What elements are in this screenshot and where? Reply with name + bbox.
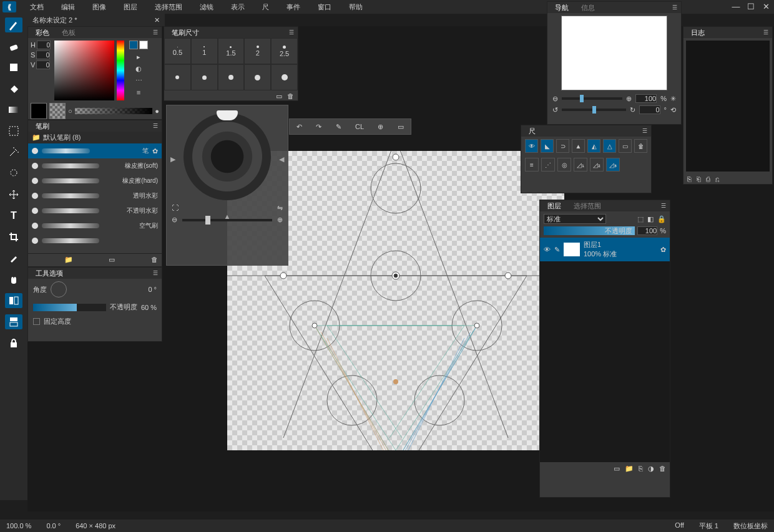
controller-popup[interactable]: ▲ ▶ ◀ ▲ ⛶ ⇋ ⊖ ⊕ [166,105,288,266]
blend-mode-select[interactable]: 标准 [544,214,606,224]
tab-brush-size[interactable]: 笔刷尺寸 [168,27,203,38]
duplicate-icon[interactable]: ⎘ [639,465,643,473]
flip-h-tool[interactable] [5,293,22,308]
zoom-in-icon[interactable]: ⊕ [277,216,283,224]
ruler-magnet-icon[interactable]: ⊃ [556,139,569,153]
target-icon[interactable]: ⊕ [378,123,383,131]
size-preset[interactable]: 1 [191,38,218,64]
menu-event[interactable]: 事件 [278,2,309,12]
angle-slider[interactable] [562,109,626,111]
angle-input[interactable] [639,105,660,114]
spinner-icon[interactable]: ✳ [670,95,676,103]
size-preset[interactable] [271,64,298,90]
bg-color-swatch[interactable] [139,41,148,49]
layer-clip-icon[interactable]: ◧ [647,215,654,223]
ruler-mirror-icon[interactable]: ▲ [572,139,585,153]
close-tab-icon[interactable]: ✕ [154,16,160,24]
brush-category[interactable]: 📁 默认笔刷 (8) [28,132,162,143]
layer-opacity-input[interactable] [637,226,657,235]
val-input[interactable] [36,60,50,69]
menu-help[interactable]: 帮助 [340,2,371,12]
rotate-ccw-icon[interactable]: ↺ [552,106,558,114]
size-preset[interactable]: 1.5 [218,38,245,64]
menu-image[interactable]: 图像 [84,2,115,12]
zoom-slider[interactable] [182,219,272,221]
ruler-vp1-icon[interactable]: ◿₁ [574,158,587,172]
tab-brush[interactable]: 笔刷 [32,121,53,132]
current-color-swatch[interactable] [31,103,47,119]
ruler-mirror2-icon[interactable]: ◭ [587,139,600,153]
journal-list[interactable] [686,41,770,172]
flip-icon[interactable]: ⇋ [277,204,283,212]
arrow-left-icon[interactable]: ▶ [170,155,175,163]
menu-window[interactable]: 窗口 [309,2,340,12]
shape-tool[interactable] [5,60,22,75]
menu-edit[interactable]: 编辑 [52,2,84,12]
layer-fx-icon[interactable]: ⬚ [637,215,644,223]
document-tab[interactable]: 名称未设定 2 * ✕ [27,14,165,26]
ruler-visible-icon[interactable]: 👁 [525,139,538,153]
tab-swatches[interactable]: 色板 [58,27,79,38]
alpha-handle-icon[interactable]: ○ [68,107,72,115]
size-preset[interactable] [244,64,271,90]
tab-tool-options[interactable]: 工具选项 [32,268,67,279]
lasso-tool[interactable] [5,166,22,181]
menu-ruler[interactable]: 尺 [253,2,278,12]
size-preset[interactable] [164,64,191,90]
size-preset[interactable]: 2 [244,38,271,64]
tab-ruler[interactable]: 尺 [525,126,539,137]
eyedropper-tool[interactable] [5,251,22,266]
size-preset[interactable]: 0.5 [164,38,191,64]
brush-item[interactable]: 透明水彩 [28,188,162,203]
journal-icon-2[interactable]: ⎗ [697,175,701,183]
rotate-cw-icon[interactable]: ↻ [630,106,635,114]
panel-menu-icon[interactable]: ☰ [763,29,768,36]
tab-info[interactable]: 信息 [577,2,599,13]
journal-icon-1[interactable]: ⎘ [687,175,692,183]
color-dots-icon[interactable]: ⋯ [135,77,142,85]
mask-icon[interactable]: ◑ [648,465,654,473]
brush-item[interactable]: 不透明水彩 [28,203,162,218]
menu-filter[interactable]: 滤镜 [191,2,222,12]
arrow-right-icon[interactable]: ◀ [279,155,284,163]
brush-item[interactable]: 橡皮擦(soft) [28,158,162,173]
wand-tool[interactable] [5,145,22,160]
pen-icon[interactable]: ✎ [336,123,341,131]
move-tool[interactable] [5,187,22,202]
ruler-cross-icon[interactable]: ⋰ [541,158,555,172]
crop-tool[interactable] [5,230,22,244]
lock-tool[interactable] [5,336,22,351]
layer-item[interactable]: 👁 ✎ 图层1100% 标准 ✿ [540,238,670,261]
new-brush-icon[interactable]: ▭ [109,256,115,264]
angle-dial[interactable] [51,281,67,297]
zoom-slider[interactable] [562,97,622,100]
menu-layer[interactable]: 图层 [115,2,146,12]
ruler-vp2-icon[interactable]: ◿₂ [590,158,604,172]
ruler-new-icon[interactable]: ▭ [619,139,632,153]
minimize-button[interactable]: — [732,2,740,11]
ruler-vp3-icon[interactable]: ◿₃ [606,158,620,172]
cl-button[interactable]: CL [355,123,364,130]
new-layer-icon[interactable]: ▭ [614,465,620,473]
zoom-input[interactable] [635,94,657,103]
journal-icon-4[interactable]: ⎌ [715,175,720,183]
tab-selection[interactable]: 选择范围 [570,201,605,211]
panel-menu-icon[interactable]: ☰ [153,270,158,276]
ruler-snap-icon[interactable]: ◣ [541,139,554,153]
controller-dial[interactable] [184,113,271,200]
fg-color-swatch[interactable] [129,41,138,49]
panel-icon[interactable]: ▭ [398,123,404,131]
trash-icon[interactable]: 🗑 [659,465,666,473]
gear-icon[interactable]: ✿ [152,147,158,155]
new-folder-icon[interactable]: 📁 [625,465,634,473]
brush-item[interactable]: 橡皮擦(hard) [28,173,162,188]
undo-icon[interactable]: ↶ [296,123,302,131]
hue-slider[interactable] [117,41,124,100]
ruler-parallel-icon[interactable]: ≡ [525,158,539,172]
redo-icon[interactable]: ↷ [316,123,321,131]
panel-menu-icon[interactable]: ☰ [153,123,158,129]
folder-icon[interactable]: 📁 [64,256,73,264]
panel-menu-icon[interactable]: ☰ [289,29,294,36]
eraser-tool[interactable] [5,39,22,54]
navigator-preview[interactable] [561,16,667,90]
